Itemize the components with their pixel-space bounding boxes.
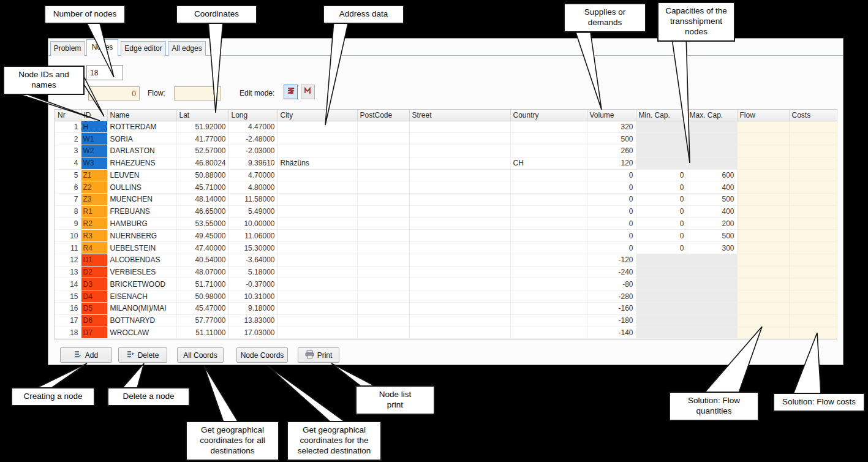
cell-name[interactable]: NUERNBERG — [107, 230, 176, 242]
cell-country[interactable] — [510, 133, 587, 145]
cell-postcode[interactable] — [357, 218, 409, 230]
cell-flow[interactable] — [737, 181, 789, 194]
cell-country[interactable] — [510, 230, 587, 242]
cell-costs[interactable] — [789, 230, 837, 242]
cell-min-cap[interactable]: 0 — [636, 194, 687, 206]
count-field[interactable]: 0 — [88, 86, 140, 100]
column-header[interactable]: Long — [228, 110, 277, 121]
cell-costs[interactable] — [789, 254, 837, 266]
delete-button[interactable]: Delete — [118, 347, 167, 363]
cell-street[interactable] — [409, 145, 510, 157]
cell-max-cap[interactable]: 200 — [687, 218, 737, 230]
cell-min-cap[interactable]: 0 — [636, 242, 687, 254]
cell-country[interactable] — [510, 254, 587, 266]
cell-name[interactable]: ALCOBENDAS — [107, 254, 176, 266]
cell-max-cap[interactable]: 600 — [687, 169, 737, 181]
cell-postcode[interactable] — [357, 254, 409, 266]
cell-name[interactable]: UEBELSTEIN — [107, 242, 176, 254]
tab-all-edges[interactable]: All edges — [168, 41, 206, 56]
column-header[interactable]: PostCode — [357, 110, 409, 121]
column-header[interactable]: Max. Cap. — [687, 110, 737, 121]
cell-min-cap[interactable]: 0 — [636, 218, 687, 230]
cell-name[interactable]: LEUVEN — [107, 169, 176, 181]
cell-nr[interactable]: 7 — [55, 194, 81, 206]
cell-max-cap[interactable] — [687, 327, 737, 339]
column-header[interactable]: ID — [81, 110, 107, 121]
cell-lat[interactable]: 50.98000 — [176, 290, 228, 303]
cell-costs[interactable] — [789, 278, 837, 290]
cell-flow[interactable] — [737, 314, 789, 327]
cell-costs[interactable] — [789, 133, 837, 145]
cell-flow[interactable] — [737, 145, 789, 157]
column-header[interactable]: Lat — [176, 110, 228, 121]
cell-id[interactable]: D6 — [81, 314, 107, 327]
cell-min-cap[interactable] — [636, 157, 687, 169]
cell-flow[interactable] — [737, 278, 789, 290]
cell-city[interactable] — [277, 121, 357, 133]
cell-flow[interactable] — [737, 254, 789, 266]
cell-costs[interactable] — [789, 205, 837, 218]
cell-max-cap[interactable] — [687, 145, 737, 157]
cell-long[interactable]: 15.30000 — [228, 242, 277, 254]
cell-flow[interactable] — [737, 157, 789, 169]
cell-city[interactable] — [277, 145, 357, 157]
cell-min-cap[interactable] — [636, 278, 687, 290]
cell-id[interactable]: R4 — [81, 242, 107, 254]
cell-name[interactable]: MUENCHEN — [107, 194, 176, 206]
cell-max-cap[interactable] — [687, 254, 737, 266]
cell-name[interactable]: VERBIESLES — [107, 266, 176, 278]
cell-min-cap[interactable] — [636, 302, 687, 314]
cell-max-cap[interactable] — [687, 314, 737, 327]
cell-id[interactable]: W1 — [81, 133, 107, 145]
cell-street[interactable] — [409, 181, 510, 194]
cell-city[interactable] — [277, 314, 357, 327]
cell-lat[interactable]: 51.71000 — [176, 278, 228, 290]
cell-lat[interactable]: 46.80024 — [176, 157, 228, 169]
table-row[interactable]: 2 W1 SORIA 41.77000 -2.48000 500 — [55, 133, 837, 145]
cell-city[interactable] — [277, 254, 357, 266]
column-header[interactable]: Costs — [789, 110, 837, 121]
cell-lat[interactable]: 53.55000 — [176, 218, 228, 230]
cell-flow[interactable] — [737, 290, 789, 303]
cell-country[interactable] — [510, 327, 587, 339]
table-row[interactable]: 12 D1 ALCOBENDAS 40.54000 -3.64000 -120 — [55, 254, 837, 266]
cell-nr[interactable]: 10 — [55, 230, 81, 242]
cell-long[interactable]: 4.80000 — [228, 181, 277, 194]
cell-costs[interactable] — [789, 242, 837, 254]
cell-long[interactable]: -0.37000 — [228, 278, 277, 290]
cell-street[interactable] — [409, 302, 510, 314]
cell-id[interactable]: R1 — [81, 205, 107, 218]
cell-id[interactable]: R2 — [81, 218, 107, 230]
cell-flow[interactable] — [737, 266, 789, 278]
cell-id[interactable]: D2 — [81, 266, 107, 278]
cell-lat[interactable]: 48.14000 — [176, 194, 228, 206]
cell-city[interactable] — [277, 242, 357, 254]
table-row[interactable]: 8 R1 FREBUANS 46.65000 5.49000 0 0 400 — [55, 205, 837, 218]
cell-max-cap[interactable]: 400 — [687, 205, 737, 218]
cell-volume[interactable]: 0 — [587, 218, 636, 230]
cell-max-cap[interactable]: 300 — [687, 242, 737, 254]
cell-country[interactable] — [510, 314, 587, 327]
cell-flow[interactable] — [737, 218, 789, 230]
cell-min-cap[interactable]: 0 — [636, 169, 687, 181]
column-header[interactable]: Name — [107, 110, 176, 121]
cell-name[interactable]: BRICKETWOOD — [107, 278, 176, 290]
cell-long[interactable]: 9.18000 — [228, 302, 277, 314]
cell-flow[interactable] — [737, 230, 789, 242]
cell-long[interactable]: 10.31000 — [228, 290, 277, 303]
cell-flow[interactable] — [737, 302, 789, 314]
cell-nr[interactable]: 18 — [55, 327, 81, 339]
cell-nr[interactable]: 1 — [55, 121, 81, 133]
cell-flow[interactable] — [737, 133, 789, 145]
column-header[interactable]: Country — [510, 110, 587, 121]
print-button[interactable]: Print — [298, 347, 339, 363]
cell-long[interactable]: -2.48000 — [228, 133, 277, 145]
cell-name[interactable]: ROTTERDAM — [107, 121, 176, 133]
cell-min-cap[interactable] — [636, 327, 687, 339]
table-row[interactable]: 16 D5 MILANO(MI)/MAI 45.47000 9.18000 -1… — [55, 302, 837, 314]
cell-name[interactable]: MILANO(MI)/MAI — [107, 302, 176, 314]
cell-min-cap[interactable]: 0 — [636, 230, 687, 242]
cell-id[interactable]: D3 — [81, 278, 107, 290]
cell-lat[interactable]: 49.45000 — [176, 230, 228, 242]
cell-max-cap[interactable]: 500 — [687, 194, 737, 206]
